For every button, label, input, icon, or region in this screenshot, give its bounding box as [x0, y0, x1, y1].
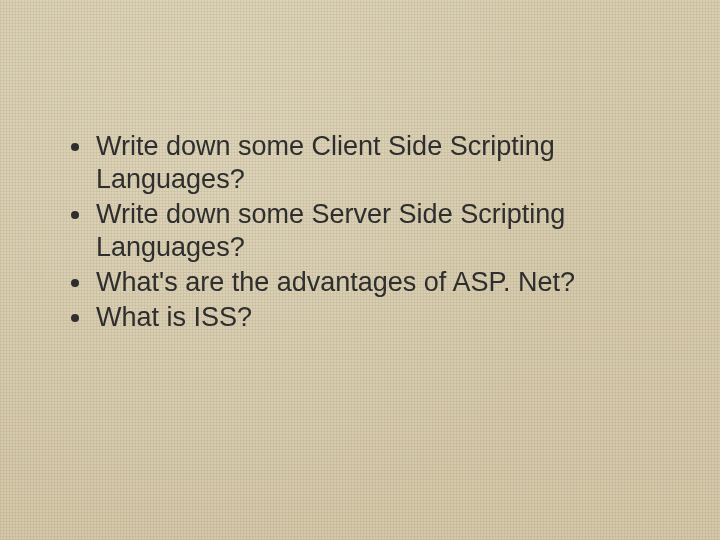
list-item: Write down some Server Side Scripting La…	[94, 198, 656, 264]
list-item: What is ISS?	[94, 301, 656, 334]
slide: Write down some Client Side Scripting La…	[0, 0, 720, 540]
list-item: Write down some Client Side Scripting La…	[94, 130, 656, 196]
bullet-list: Write down some Client Side Scripting La…	[60, 130, 680, 334]
list-item: What's are the advantages of ASP. Net?	[94, 266, 656, 299]
